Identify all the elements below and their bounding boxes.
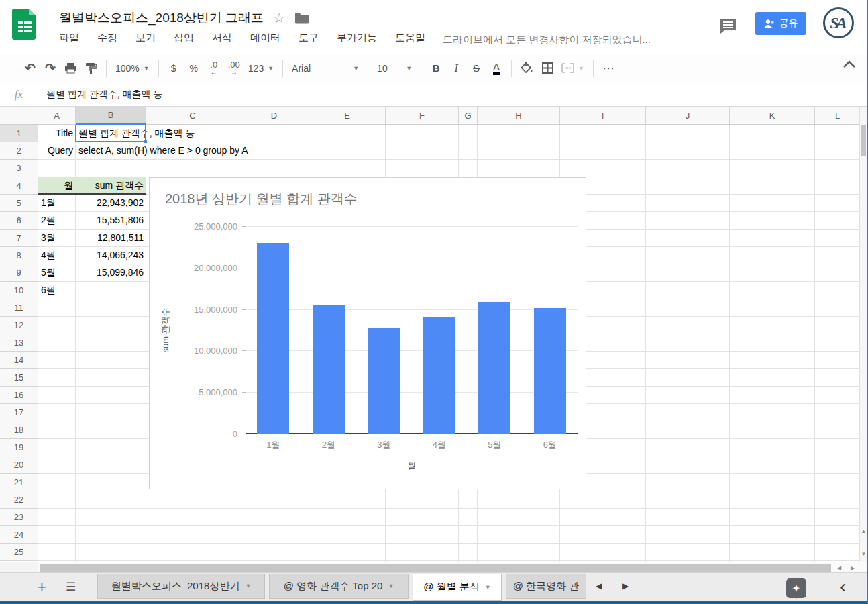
row-header-16[interactable]: 16 <box>0 387 38 404</box>
format-currency-button[interactable]: $ <box>164 58 184 79</box>
all-sheets-menu-button[interactable]: ☰ <box>66 580 76 594</box>
fill-color-button[interactable] <box>517 58 537 79</box>
menu-data[interactable]: 데이터 <box>250 32 280 44</box>
vertical-scrollbar-thumb[interactable] <box>861 125 866 156</box>
redo-button[interactable]: ↷ <box>40 58 60 79</box>
embedded-chart[interactable]: 2018년 상반기 월별 합계 관객수 05,000,00010,000,000… <box>149 177 586 489</box>
column-header-C[interactable]: C <box>146 107 239 125</box>
horizontal-scrollbar-thumb[interactable] <box>40 564 831 572</box>
tab-scroll-left-arrow[interactable]: ◀ <box>596 581 602 591</box>
row-header-9[interactable]: 9 <box>0 264 38 282</box>
more-toolbar-button[interactable]: ⋯ <box>598 58 618 79</box>
share-button[interactable]: 공유 <box>755 12 806 35</box>
paint-format-button[interactable] <box>81 58 101 79</box>
document-title[interactable]: 월별박스오피스_2018상반기 그래프 <box>59 9 264 27</box>
sheets-logo-icon[interactable] <box>12 8 38 40</box>
zoom-select[interactable]: 100%▼ <box>111 58 154 79</box>
menu-insert[interactable]: 삽입 <box>174 32 194 44</box>
sheet-tab-3[interactable]: @ 월별 분석▼ <box>413 574 502 601</box>
increase-decimal-button[interactable]: .00→ <box>224 58 244 79</box>
scroll-right-arrow[interactable]: ▶ <box>847 562 859 573</box>
row-header-8[interactable]: 8 <box>0 247 38 264</box>
row-header-19[interactable]: 19 <box>0 439 38 456</box>
row-header-23[interactable]: 23 <box>0 509 38 526</box>
italic-button[interactable]: I <box>446 58 466 79</box>
sheet-tab-menu-arrow[interactable]: ▼ <box>485 584 491 591</box>
print-button[interactable] <box>60 58 81 79</box>
horizontal-scrollbar[interactable]: ◀ ▶ <box>0 562 868 572</box>
folder-icon[interactable] <box>294 12 309 24</box>
row-header-14[interactable]: 14 <box>0 352 38 369</box>
merge-cells-button[interactable]: ▼ <box>557 58 588 79</box>
column-header-H[interactable]: H <box>478 107 560 125</box>
menu-tools[interactable]: 도구 <box>299 32 319 44</box>
grid-cell-B9[interactable]: 15,099,846 <box>76 264 146 282</box>
number-format-button[interactable]: 123▼ <box>244 58 278 79</box>
grid-cell-B7[interactable]: 12,801,511 <box>76 230 146 247</box>
bold-button[interactable]: B <box>426 58 446 79</box>
grid-cell-A8[interactable]: 4월 <box>38 247 76 264</box>
row-header-2[interactable]: 2 <box>0 142 38 160</box>
grid-cell-A7[interactable]: 3월 <box>38 230 76 247</box>
grid-cell-B5[interactable]: 22,943,902 <box>76 195 146 212</box>
select-all-corner[interactable] <box>0 107 38 125</box>
row-header-4[interactable]: 4 <box>0 177 38 195</box>
row-header-24[interactable]: 24 <box>0 526 38 544</box>
row-header-25[interactable]: 25 <box>0 544 38 561</box>
column-header-F[interactable]: F <box>386 107 459 125</box>
row-header-10[interactable]: 10 <box>0 282 38 299</box>
column-header-E[interactable]: E <box>309 107 386 125</box>
row-header-22[interactable]: 22 <box>0 491 38 509</box>
star-icon[interactable]: ☆ <box>273 11 285 25</box>
grid-cell-A9[interactable]: 5월 <box>38 264 76 282</box>
tab-scroll-right-arrow[interactable]: ▶ <box>622 581 629 591</box>
scroll-up-arrow[interactable]: ▲ <box>860 525 867 536</box>
grid-cell-B8[interactable]: 14,066,243 <box>76 247 146 264</box>
grid-cell-A2[interactable]: Query <box>38 142 76 160</box>
borders-button[interactable] <box>537 58 557 79</box>
column-header-J[interactable]: J <box>646 107 730 125</box>
format-percent-button[interactable]: % <box>184 58 204 79</box>
column-header-B[interactable]: B <box>76 107 146 125</box>
row-header-13[interactable]: 13 <box>0 334 38 352</box>
sheet-tab-menu-arrow[interactable]: ▼ <box>388 583 394 589</box>
undo-button[interactable]: ↶ <box>20 58 40 79</box>
row-header-20[interactable]: 20 <box>0 456 38 474</box>
grid-cell-A10[interactable]: 6월 <box>38 282 76 299</box>
sheet-tab-4[interactable]: @ 한국영화 관 <box>506 574 586 599</box>
row-header-15[interactable]: 15 <box>0 369 38 387</box>
sheet-tab-menu-arrow[interactable]: ▼ <box>245 583 251 589</box>
strikethrough-button[interactable]: S <box>466 58 486 79</box>
grid-cell-B2[interactable]: select A, sum(H) where E > 0 group by A <box>76 142 146 160</box>
grid-cell-B1[interactable]: 월별 합계 관객수, 매출액 등 <box>76 125 146 142</box>
column-header-G[interactable]: G <box>459 107 478 125</box>
column-header-D[interactable]: D <box>239 107 309 125</box>
column-header-K[interactable]: K <box>730 107 815 125</box>
grid-cell-B4[interactable]: sum 관객수 <box>76 177 146 195</box>
grid-cell-A1[interactable]: Title <box>38 125 76 142</box>
column-header-I[interactable]: I <box>560 107 646 125</box>
save-status-link[interactable]: 드라이브에서 모든 변경사항이 저장되었습니... <box>443 34 651 46</box>
row-header-5[interactable]: 5 <box>0 195 38 212</box>
grid-cell-B6[interactable]: 15,551,806 <box>76 212 146 230</box>
formula-input[interactable]: 월별 합계 관객수, 매출액 등 <box>38 89 162 101</box>
collapse-panel-chevron[interactable]: ‹ <box>840 576 846 597</box>
row-header-11[interactable]: 11 <box>0 299 38 317</box>
menu-help[interactable]: 도움말 <box>395 32 425 44</box>
account-avatar[interactable]: SA <box>823 7 854 38</box>
row-header-3[interactable]: 3 <box>0 160 38 177</box>
font-family-select[interactable]: Arial▼ <box>288 58 363 79</box>
row-header-1[interactable]: 1 <box>0 125 38 142</box>
row-header-6[interactable]: 6 <box>0 212 38 230</box>
explore-button[interactable]: ✦ <box>786 578 806 598</box>
decrease-decimal-button[interactable]: .0← <box>204 58 224 79</box>
add-sheet-button[interactable]: + <box>38 578 46 596</box>
column-header-L[interactable]: L <box>815 107 861 125</box>
collapse-toolbar-button[interactable] <box>843 60 856 68</box>
comments-button[interactable] <box>719 17 737 35</box>
row-header-18[interactable]: 18 <box>0 421 38 439</box>
row-header-21[interactable]: 21 <box>0 474 38 491</box>
menu-format[interactable]: 서식 <box>212 32 232 44</box>
grid-cell-A6[interactable]: 2월 <box>38 212 76 230</box>
scroll-left-arrow[interactable]: ◀ <box>833 562 845 573</box>
